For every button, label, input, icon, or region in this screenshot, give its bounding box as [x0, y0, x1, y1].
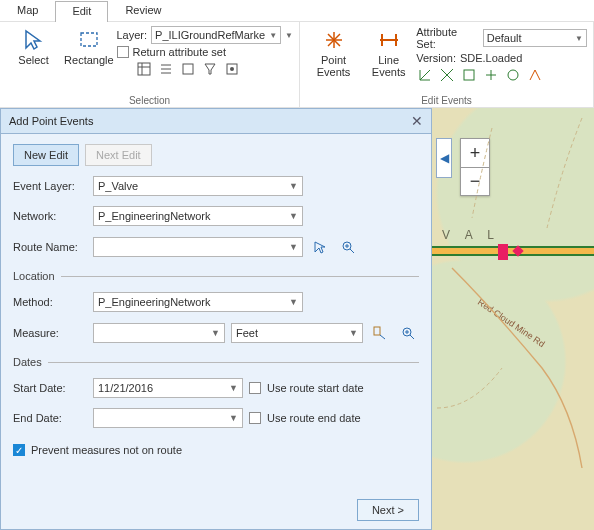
- svg-point-20: [508, 70, 518, 80]
- use-route-start-label: Use route start date: [267, 382, 364, 394]
- event-layer-combo[interactable]: P_Valve▼: [93, 176, 303, 196]
- network-combo[interactable]: P_EngineeringNetwork▼: [93, 206, 303, 226]
- select-route-on-map-icon[interactable]: [309, 236, 331, 258]
- workspace: Add Point Events ✕ New Edit Next Edit Ev…: [0, 108, 594, 530]
- list-icon[interactable]: [157, 60, 175, 78]
- tab-next-edit: Next Edit: [85, 144, 152, 166]
- svg-rect-7: [183, 64, 193, 74]
- chevron-down-icon: ▼: [289, 297, 298, 307]
- line-events-icon: [377, 28, 401, 52]
- use-route-end-label: Use route end date: [267, 412, 361, 424]
- svg-line-22: [350, 249, 354, 253]
- zoom-to-route-icon[interactable]: [337, 236, 359, 258]
- tab-new-edit[interactable]: New Edit: [13, 144, 79, 166]
- ribbon: Select Rectangle Layer: P_ILIGroundRefMa…: [0, 22, 594, 108]
- next-button[interactable]: Next >: [357, 499, 419, 521]
- close-icon[interactable]: ✕: [411, 113, 423, 129]
- chevron-down-icon: ▼: [289, 181, 298, 191]
- start-date-input[interactable]: 11/21/2016▼: [93, 378, 243, 398]
- dates-section: Dates: [13, 356, 42, 368]
- point-events-button[interactable]: Point Events: [306, 24, 361, 84]
- version-label: Version:: [416, 52, 456, 64]
- table-icon[interactable]: [135, 60, 153, 78]
- tab-review[interactable]: Review: [108, 0, 178, 21]
- end-date-input[interactable]: ▼: [93, 408, 243, 428]
- measure-unit-combo[interactable]: Feet▼: [231, 323, 363, 343]
- layer-combo[interactable]: P_ILIGroundRefMarkers ▼: [151, 26, 281, 44]
- zoom-to-measure-icon[interactable]: [397, 322, 419, 344]
- return-attr-checkbox[interactable]: [117, 46, 129, 58]
- main-tabs: Map Edit Review: [0, 0, 594, 22]
- point-events-icon: [322, 28, 346, 52]
- roads-layer: [432, 108, 594, 528]
- start-date-label: Start Date:: [13, 382, 87, 394]
- layer-extra-dd[interactable]: ▼: [285, 31, 293, 40]
- chevron-down-icon: ▼: [289, 211, 298, 221]
- svg-rect-25: [374, 327, 380, 335]
- method-label: Method:: [13, 296, 87, 308]
- location-section: Location: [13, 270, 55, 282]
- ee-tool-4[interactable]: [482, 66, 500, 84]
- attr-set-label: Attribute Set:: [416, 26, 479, 50]
- selection-group-label: Selection: [0, 95, 299, 106]
- attr-set-combo[interactable]: Default ▼: [483, 29, 587, 47]
- pick-measure-on-map-icon[interactable]: [369, 322, 391, 344]
- ee-tool-5[interactable]: [504, 66, 522, 84]
- svg-rect-0: [81, 33, 97, 46]
- prevent-measures-checkbox[interactable]: ✓: [13, 444, 25, 456]
- layer-label: Layer:: [117, 29, 148, 41]
- select-arrow-icon: [22, 28, 46, 52]
- version-value: SDE.Loaded: [460, 52, 522, 64]
- options-icon[interactable]: [223, 60, 241, 78]
- svg-rect-1: [138, 63, 150, 75]
- route-name-label: Route Name:: [13, 241, 87, 253]
- tab-edit[interactable]: Edit: [55, 1, 108, 22]
- group-selection: Select Rectangle Layer: P_ILIGroundRefMa…: [0, 22, 300, 107]
- rectangle-select-icon: [77, 28, 101, 52]
- chevron-down-icon: ▼: [229, 383, 238, 393]
- chevron-down-icon: ▼: [269, 31, 277, 40]
- return-attr-label: Return attribute set: [133, 46, 227, 58]
- edit-events-group-label: Edit Events: [300, 95, 593, 106]
- ee-tool-3[interactable]: [460, 66, 478, 84]
- ee-tool-1[interactable]: [416, 66, 434, 84]
- chevron-down-icon: ▼: [229, 413, 238, 423]
- panel-title: Add Point Events: [9, 115, 405, 127]
- svg-point-9: [230, 67, 234, 71]
- add-point-events-panel: Add Point Events ✕ New Edit Next Edit Ev…: [0, 108, 432, 530]
- ee-tool-2[interactable]: [438, 66, 456, 84]
- event-layer-label: Event Layer:: [13, 180, 87, 192]
- map-canvas[interactable]: ◀ + − V A L Red Cloud Mine Rd: [432, 108, 594, 530]
- use-route-start-checkbox[interactable]: [249, 382, 261, 394]
- use-route-end-checkbox[interactable]: [249, 412, 261, 424]
- tab-map[interactable]: Map: [0, 0, 55, 21]
- chevron-down-icon: ▼: [349, 328, 358, 338]
- svg-line-27: [410, 335, 414, 339]
- measure-label: Measure:: [13, 327, 87, 339]
- end-date-label: End Date:: [13, 412, 87, 424]
- line-events-button[interactable]: Line Events: [361, 24, 416, 84]
- measure-input[interactable]: ▼: [93, 323, 225, 343]
- chevron-down-icon: ▼: [575, 34, 583, 43]
- clear-icon[interactable]: [179, 60, 197, 78]
- network-label: Network:: [13, 210, 87, 222]
- select-tool[interactable]: Select: [6, 24, 61, 78]
- group-edit-events: Point Events Line Events Attribute Set: …: [300, 22, 594, 107]
- chevron-down-icon: ▼: [211, 328, 220, 338]
- prevent-measures-label: Prevent measures not on route: [31, 444, 182, 456]
- method-combo[interactable]: P_EngineeringNetwork▼: [93, 292, 303, 312]
- ee-tool-6[interactable]: [526, 66, 544, 84]
- chevron-down-icon: ▼: [289, 242, 298, 252]
- filter-icon[interactable]: [201, 60, 219, 78]
- rectangle-tool[interactable]: Rectangle: [61, 24, 116, 78]
- route-name-combo[interactable]: ▼: [93, 237, 303, 257]
- svg-rect-19: [464, 70, 474, 80]
